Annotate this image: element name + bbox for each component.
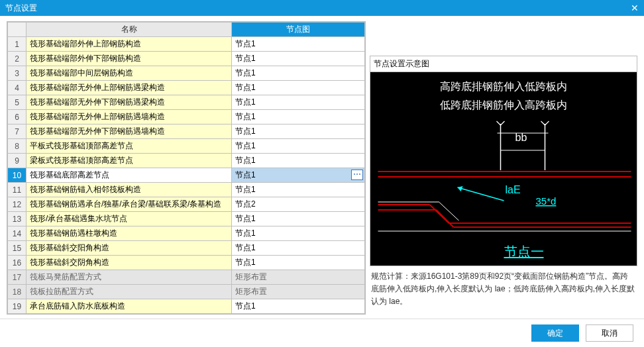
row-name: 筏形基础钢筋遇承台/独基/承台梁/基础联系梁/条基构造 — [27, 197, 232, 212]
row-node[interactable]: 节点1 — [232, 124, 365, 139]
table-row[interactable]: 6筏形基础端部无外伸上部钢筋遇墙构造节点1 — [8, 110, 365, 124]
table-row[interactable]: 16筏形基础斜交阴角构造节点1 — [8, 256, 365, 270]
table-row[interactable]: 19承台底筋锚入防水底板构造节点1 — [8, 299, 365, 314]
row-name: 筏形基础端部无外伸上部钢筋遇墙构造 — [27, 110, 232, 124]
row-num: 11 — [8, 183, 27, 197]
bb-label: bb — [515, 132, 527, 143]
table-row[interactable]: 17筏板马凳筋配置方式矩形布置 — [8, 270, 365, 285]
ellipsis-button[interactable]: ⋯ — [351, 170, 363, 180]
row-node[interactable]: 节点1 — [232, 299, 365, 314]
row-num: 3 — [8, 66, 27, 81]
node-label: 节点一 — [504, 244, 544, 259]
row-num: 14 — [8, 226, 27, 241]
cancel-button[interactable]: 取消 — [586, 324, 633, 342]
table-row[interactable]: 8平板式筏形基础顶部高差节点节点1 — [8, 139, 365, 154]
table-row[interactable]: 12筏形基础钢筋遇承台/独基/承台梁/基础联系梁/条基构造节点2 — [8, 197, 365, 212]
right-panel: 节点设置示意图 高跨底排钢筋伸入低跨板内 低跨底排钢筋伸入高跨板内 — [370, 21, 637, 316]
row-name: 筏板马凳筋配置方式 — [27, 270, 232, 285]
row-num: 9 — [8, 154, 27, 168]
row-num: 8 — [8, 139, 27, 154]
table-row[interactable]: 10筏形基础底部高差节点节点1⋯ — [8, 168, 365, 183]
table-row[interactable]: 11筏形基础钢筋锚入相邻筏板构造节点1 — [8, 183, 365, 197]
settings-table: 名称 节点图 1筏形基础端部外伸上部钢筋构造节点12筏形基础端部外伸下部钢筋构造… — [7, 22, 365, 314]
table-row[interactable]: 7筏形基础端部无外伸下部钢筋遇墙构造节点1 — [8, 124, 365, 139]
lae-label: laE — [506, 184, 521, 195]
row-node[interactable]: 节点1⋯ — [232, 168, 365, 183]
window-title: 节点设置 — [5, 3, 37, 14]
table-row[interactable]: 9梁板式筏形基础顶部高差节点节点1 — [8, 154, 365, 168]
ok-button[interactable]: 确定 — [531, 324, 579, 342]
row-name: 筏形基础钢筋锚入相邻筏板构造 — [27, 183, 232, 197]
diagram-section: 节点设置示意图 高跨底排钢筋伸入低跨板内 低跨底排钢筋伸入高跨板内 — [370, 56, 637, 266]
row-node[interactable]: 节点1 — [232, 183, 365, 197]
row-num: 1 — [8, 37, 27, 52]
header-name: 名称 — [27, 23, 232, 37]
row-name: 筏板拉筋配置方式 — [27, 285, 232, 299]
row-node[interactable]: 节点1 — [232, 139, 365, 154]
row-node[interactable]: 节点1 — [232, 212, 365, 226]
row-num: 5 — [8, 95, 27, 110]
table-row[interactable]: 2筏形基础端部外伸下部钢筋构造节点1 — [8, 52, 365, 66]
row-name: 承台底筋锚入防水底板构造 — [27, 299, 232, 314]
footer: 确定 取消 — [0, 319, 644, 347]
row-num: 4 — [8, 81, 27, 95]
row-num: 17 — [8, 270, 27, 285]
svg-line-13 — [439, 202, 459, 221]
row-node[interactable]: 节点1 — [232, 110, 365, 124]
row-name: 筏形基础钢筋遇柱墩构造 — [27, 226, 232, 241]
row-node[interactable]: 节点1 — [232, 66, 365, 81]
row-node[interactable]: 矩形布置 — [232, 270, 365, 285]
table-row[interactable]: 18筏板拉筋配置方式矩形布置 — [8, 285, 365, 299]
row-name: 筏形基础斜交阴角构造 — [27, 256, 232, 270]
row-node[interactable]: 节点1 — [232, 95, 365, 110]
row-node[interactable]: 节点2 — [232, 197, 365, 212]
table-row[interactable]: 14筏形基础钢筋遇柱墩构造节点1 — [8, 226, 365, 241]
close-icon[interactable]: ✕ — [631, 3, 639, 13]
row-node[interactable]: 节点1 — [232, 37, 365, 52]
row-num: 2 — [8, 52, 27, 66]
table-row[interactable]: 15筏形基础斜交阳角构造节点1 — [8, 241, 365, 256]
row-name: 筏形基础端部无外伸下部钢筋遇梁构造 — [27, 95, 232, 110]
row-num: 19 — [8, 299, 27, 314]
row-name: 筏形基础端部无外伸上部钢筋遇梁构造 — [27, 81, 232, 95]
row-name: 筏形基础端部外伸下部钢筋构造 — [27, 52, 232, 66]
row-name: 筏形基础端部外伸上部钢筋构造 — [27, 37, 232, 52]
row-num: 13 — [8, 212, 27, 226]
row-name: 梁板式筏形基础顶部高差节点 — [27, 154, 232, 168]
table-row[interactable]: 5筏形基础端部无外伸下部钢筋遇梁构造节点1 — [8, 95, 365, 110]
row-name: 筏形基础斜交阳角构造 — [27, 241, 232, 256]
row-name: 平板式筏形基础顶部高差节点 — [27, 139, 232, 154]
d35-label: 35*d — [536, 195, 557, 207]
row-num: 18 — [8, 285, 27, 299]
row-num: 10 — [8, 168, 27, 183]
row-node[interactable]: 节点1 — [232, 52, 365, 66]
diagram-svg: bb — [370, 72, 637, 266]
row-node[interactable]: 节点1 — [232, 81, 365, 95]
row-name: 筏形/承台基础遇集水坑节点 — [27, 212, 232, 226]
row-name: 筏形基础端部中间层钢筋构造 — [27, 66, 232, 81]
table-row[interactable]: 4筏形基础端部无外伸上部钢筋遇梁构造节点1 — [8, 81, 365, 95]
row-num: 7 — [8, 124, 27, 139]
row-num: 16 — [8, 256, 27, 270]
row-name: 筏形基础端部无外伸下部钢筋遇墙构造 — [27, 124, 232, 139]
table-row[interactable]: 3筏形基础端部中间层钢筋构造节点1 — [8, 66, 365, 81]
svg-line-9 — [437, 210, 454, 227]
diagram-section-title: 节点设置示意图 — [370, 56, 637, 72]
row-num: 12 — [8, 197, 27, 212]
row-num: 6 — [8, 110, 27, 124]
row-node[interactable]: 节点1 — [232, 226, 365, 241]
row-node[interactable]: 节点1 — [232, 154, 365, 168]
row-node[interactable]: 矩形布置 — [232, 285, 365, 299]
row-num: 15 — [8, 241, 27, 256]
row-name: 筏形基础底部高差节点 — [27, 168, 232, 183]
titlebar: 节点设置 ✕ — [0, 0, 644, 16]
row-node[interactable]: 节点1 — [232, 241, 365, 256]
table-row[interactable]: 1筏形基础端部外伸上部钢筋构造节点1 — [8, 37, 365, 52]
diagram-canvas: 高跨底排钢筋伸入低跨板内 低跨底排钢筋伸入高跨板内 bb — [370, 72, 637, 266]
dialog-window: 节点设置 ✕ 名称 节点图 1筏形基础端部外伸上部钢筋构造节点12筏形基础端部外… — [0, 0, 644, 347]
row-node[interactable]: 节点1 — [232, 256, 365, 270]
header-node: 节点图 — [232, 23, 365, 37]
table-wrap: 名称 节点图 1筏形基础端部外伸上部钢筋构造节点12筏形基础端部外伸下部钢筋构造… — [7, 21, 366, 315]
table-row[interactable]: 13筏形/承台基础遇集水坑节点节点1 — [8, 212, 365, 226]
left-panel: 名称 节点图 1筏形基础端部外伸上部钢筋构造节点12筏形基础端部外伸下部钢筋构造… — [7, 21, 366, 316]
